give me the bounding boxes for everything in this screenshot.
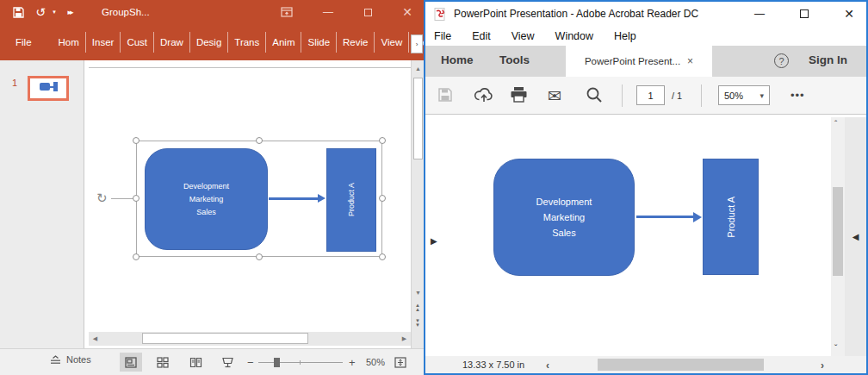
acrobat-close-button[interactable]: ✕ (832, 3, 866, 25)
undo-icon[interactable]: ↺ (31, 2, 50, 22)
connector-arrow-head (318, 194, 326, 203)
print-icon[interactable] (510, 86, 528, 103)
acrobat-minimize-button[interactable]: — (742, 3, 777, 25)
ppt-hscroll-thumb[interactable] (142, 333, 308, 344)
tab-home[interactable]: Home (441, 53, 474, 66)
selection-handle[interactable] (379, 137, 386, 144)
menu-help[interactable]: Help (614, 30, 636, 42)
ppt-horizontal-scrollbar[interactable]: ◀ ▶ (89, 332, 411, 346)
zoom-in-button[interactable]: + (349, 356, 356, 369)
zoom-out-button[interactable]: − (247, 356, 254, 369)
menu-view[interactable]: View (512, 30, 535, 42)
qat-more-icon[interactable]: ▸▸ (59, 2, 81, 22)
ribbon-tab-custom[interactable]: Cust (121, 32, 154, 53)
tab-tools[interactable]: Tools (499, 53, 530, 66)
tools-pane-toggle-icon[interactable]: ◀ (852, 232, 859, 241)
pdf-group-rounded-rectangle: Development Marketing Sales (493, 159, 635, 276)
menu-edit[interactable]: Edit (472, 30, 491, 42)
selection-handle[interactable] (256, 253, 263, 260)
normal-view-button[interactable] (120, 353, 142, 372)
ppt-close-button[interactable]: ✕ (394, 2, 420, 22)
ppt-minimize-button[interactable]: — (315, 2, 341, 22)
previous-slide-button[interactable]: ▲ ▲ (415, 303, 420, 312)
ribbon-tab-insert[interactable]: Inser (86, 32, 121, 53)
zoom-value: 50% (724, 91, 743, 101)
ribbon-tab-scroll-right-icon[interactable]: › (411, 34, 423, 53)
slide-sorter-view-button[interactable] (152, 353, 174, 372)
scroll-right-icon[interactable]: › (821, 359, 824, 372)
cloud-upload-icon[interactable] (474, 86, 494, 103)
scroll-up-icon[interactable]: ▲ (412, 62, 424, 74)
zoom-level-dropdown[interactable]: 50% ▾ (718, 85, 770, 105)
selection-handle[interactable] (133, 195, 140, 202)
connector-arrow[interactable] (269, 197, 318, 200)
ribbon-tab-file[interactable]: File (9, 32, 39, 53)
acrobat-vertical-scrollbar[interactable]: ˆ ˇ (831, 117, 845, 356)
acrobat-maximize-button[interactable] (787, 3, 822, 25)
ppt-zoom-level[interactable]: 50% (366, 357, 385, 367)
slide-thumbnail-panel: 1 (0, 60, 84, 348)
slideshow-icon (221, 357, 234, 368)
scroll-left-icon[interactable]: ‹ (546, 359, 549, 372)
ribbon-tab-view[interactable]: View (375, 32, 409, 53)
ribbon-tab-transitions[interactable]: Trans (228, 32, 266, 53)
reading-view-button[interactable] (184, 353, 207, 372)
sign-in-button[interactable]: Sign In (809, 53, 847, 66)
ppt-vscroll-thumb[interactable] (413, 78, 423, 159)
selection-handle[interactable] (256, 137, 263, 144)
scroll-down-icon[interactable]: ˇ (834, 343, 837, 352)
acrobat-hscroll-thumb[interactable] (598, 359, 764, 371)
rotate-handle-icon[interactable]: ↻ (96, 191, 108, 204)
selection-handle[interactable] (379, 253, 386, 260)
ribbon-tab-animations[interactable]: Anim (266, 32, 301, 53)
ppt-vertical-scrollbar[interactable]: ▲ ▼ ▲ ▲ ▼ ▼ (411, 60, 424, 348)
scroll-left-icon[interactable]: ◀ (89, 333, 102, 345)
help-icon[interactable]: ? (774, 53, 789, 68)
selection-handle[interactable] (379, 195, 386, 202)
scroll-up-icon[interactable]: ˆ (834, 119, 837, 128)
tab-close-icon[interactable]: × (687, 55, 693, 67)
slide-canvas[interactable]: ↻ Development Marketing Sales Product A (85, 60, 411, 348)
navigation-pane-toggle-icon[interactable]: ▶ (431, 236, 437, 246)
more-tools-button[interactable]: ••• (790, 89, 805, 102)
menu-window[interactable]: Window (555, 30, 593, 42)
acrobat-window: PowerPoint Presentation - Adobe Acrobat … (424, 0, 868, 375)
acrobat-tab-bar: Home Tools PowerPoint Present... × ? Sig… (425, 46, 866, 77)
save-icon[interactable] (5, 2, 31, 22)
slide-thumbnail[interactable] (28, 76, 69, 101)
product-rectangle-shape[interactable]: Product A (326, 148, 376, 252)
ribbon-tab-design[interactable]: Desig (190, 32, 228, 53)
notes-button[interactable]: Notes (50, 354, 91, 365)
toolbar-separator (701, 84, 702, 107)
group-rounded-rectangle-shape[interactable]: Development Marketing Sales (145, 148, 268, 250)
ribbon-display-options-icon[interactable] (274, 2, 300, 22)
selection-handle[interactable] (133, 253, 140, 260)
pdf-document-area[interactable]: ▶ Development Marketing Sales Product A (425, 116, 866, 356)
scroll-right-icon[interactable]: ▶ (398, 333, 411, 345)
selection-handle[interactable] (133, 137, 140, 144)
pdf-shape-text-line: Development (536, 194, 592, 209)
powerpoint-window: ↺ ▾ ▸▸ GroupSh... — ✕ File Hom Inser Cus… (0, 0, 424, 375)
menu-file[interactable]: File (434, 30, 451, 42)
page-number-input[interactable]: 1 (636, 85, 665, 105)
ribbon-tab-slideshow[interactable]: Slide (301, 32, 337, 53)
slideshow-view-button[interactable] (216, 353, 239, 372)
tab-document[interactable]: PowerPoint Present... × (566, 46, 712, 77)
ribbon-tab-home[interactable]: Hom (53, 32, 86, 53)
email-icon[interactable]: ✉ (548, 86, 561, 106)
fit-slide-to-window-button[interactable] (389, 353, 412, 372)
acrobat-vscroll-thumb[interactable] (833, 187, 843, 276)
chevron-down-icon: ▾ (760, 91, 764, 100)
tools-pane-strip: ◀ (845, 117, 866, 356)
search-icon[interactable] (586, 86, 603, 103)
ribbon-tab-review[interactable]: Revie (337, 32, 375, 53)
scroll-down-icon[interactable]: ▼ (412, 286, 424, 298)
next-slide-button[interactable]: ▼ ▼ (415, 319, 420, 328)
undo-dropdown-icon[interactable]: ▾ (50, 2, 59, 22)
ribbon-tab-draw[interactable]: Draw (154, 32, 190, 53)
acrobat-menubar: File Edit View Window Help (425, 26, 866, 46)
zoom-slider-track[interactable] (258, 362, 343, 363)
ppt-maximize-button[interactable] (355, 2, 381, 22)
zoom-slider-thumb[interactable] (274, 358, 280, 367)
ppt-titlebar: ↺ ▾ ▸▸ GroupSh... — ✕ (0, 0, 424, 24)
